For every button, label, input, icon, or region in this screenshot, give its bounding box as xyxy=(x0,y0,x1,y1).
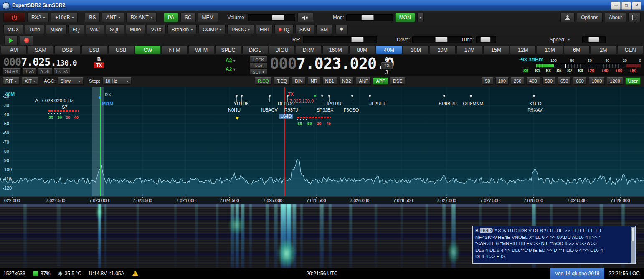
mem-button[interactable]: MEM xyxy=(198,13,218,22)
spot-callsign-dl1rxt[interactable]: DL1RXT xyxy=(278,101,295,106)
vfo-button-b-a[interactable]: B<->A xyxy=(53,68,70,75)
mode-button-dsb[interactable]: DSB xyxy=(54,46,80,54)
spot-callsign-r93tj[interactable]: R93TJ xyxy=(284,107,298,112)
toolbar-button-mox[interactable]: MOX xyxy=(3,25,23,34)
toolbar-button-sql[interactable]: SQL xyxy=(106,25,124,34)
speed-slider[interactable] xyxy=(582,36,606,43)
dsp-button-r-eq[interactable]: R.EQ xyxy=(255,77,272,85)
spot-callsign-n0hu[interactable]: N0HU xyxy=(228,107,241,112)
vfo-a-display[interactable]: 0007.023.020.0 xyxy=(270,55,394,73)
mode-button-digu[interactable]: DIGU xyxy=(269,46,295,54)
filter-button-1200[interactable]: 1200 xyxy=(607,77,623,85)
minimize-button[interactable]: — xyxy=(611,2,621,10)
band-button-10m[interactable]: 10M xyxy=(537,46,563,54)
mode-button-am[interactable]: AM xyxy=(1,46,27,54)
mon-dropdown-button[interactable]: ▾ xyxy=(417,13,424,22)
title-bar[interactable]: ExpertSDR2 SunSDR2 — □ × xyxy=(0,0,644,11)
mode-button-sam[interactable]: SAM xyxy=(28,46,53,54)
toolbar-button-eq[interactable]: EQ xyxy=(68,25,84,34)
filter-button-800[interactable]: 800 xyxy=(573,77,586,85)
options-button[interactable]: Options xyxy=(577,13,602,22)
xit-button[interactable]: XIT▾ xyxy=(22,77,38,85)
power-button[interactable] xyxy=(3,13,25,22)
dsp-button-nb1[interactable]: NB1 xyxy=(322,77,337,85)
drive-slider-handle[interactable] xyxy=(435,37,447,42)
spot-callsign-iu8acv[interactable]: IU8ACV xyxy=(261,107,278,112)
sc-button[interactable]: SC xyxy=(180,13,196,22)
volume-slider-handle[interactable] xyxy=(272,15,284,20)
skimmer-scrollbar[interactable] xyxy=(631,227,635,263)
mon-slider-handle[interactable] xyxy=(362,15,374,20)
dsp-button-dse[interactable]: DSE xyxy=(390,77,406,85)
frequency-axis[interactable]: 022.0007.022.5007.023.0007.023.5007.024.… xyxy=(0,196,644,204)
mon-button[interactable]: MON xyxy=(395,13,415,22)
mon-slider[interactable] xyxy=(346,14,393,21)
vfo-b-display[interactable]: 0007.025.130.0 xyxy=(3,56,77,68)
tune-slider-handle[interactable] xyxy=(480,37,490,42)
band-button-30m[interactable]: 30M xyxy=(403,46,429,54)
spot-callsign-k1eo[interactable]: K1EO xyxy=(529,101,541,106)
antenna-selector-1[interactable]: A2▾ xyxy=(226,58,235,63)
toolbar-button-breakin[interactable]: BreakIn▾ xyxy=(167,25,197,34)
filter-button-user[interactable]: User xyxy=(625,77,641,85)
spot-callsign-sp9jbx[interactable]: SP9JBX xyxy=(317,107,334,112)
mode-button-wfm[interactable]: WFM xyxy=(188,46,214,54)
band-button-80m[interactable]: 80M xyxy=(349,46,375,54)
rx-ant-button[interactable]: RX ANT▾ xyxy=(126,13,156,22)
band-button-2m[interactable]: 2M xyxy=(591,46,616,54)
memory-button-save[interactable]: SAVE xyxy=(250,63,267,68)
spot-callsign-l64d[interactable]: L64D xyxy=(279,114,293,119)
speaker-button[interactable] xyxy=(297,13,313,22)
profile-button[interactable] xyxy=(560,13,575,22)
pa-button[interactable]: PA xyxy=(164,13,178,22)
rx-callsign-label[interactable]: MI1M xyxy=(102,101,114,106)
memory-button-set[interactable]: SET▾ xyxy=(250,69,267,75)
filter-button-100[interactable]: 100 xyxy=(495,77,509,85)
warning-icon[interactable] xyxy=(132,271,139,276)
rf-slider[interactable] xyxy=(303,36,377,43)
band-button-20m[interactable]: 20M xyxy=(430,46,456,54)
filter-button-1000[interactable]: 1000 xyxy=(589,77,605,85)
toolbar-button-vac[interactable]: VAC xyxy=(86,25,104,34)
toolbar-button-comp[interactable]: COMP▾ xyxy=(198,25,226,34)
toolbar-button-skm[interactable]: SKM xyxy=(295,25,314,34)
memory-button-lock[interactable]: LOCK xyxy=(250,56,267,62)
toolbar-button-iq[interactable]: IQ xyxy=(274,25,294,34)
mode-button-usb[interactable]: USB xyxy=(108,46,134,54)
toolbar-button-proc[interactable]: PROC▾ xyxy=(227,25,254,34)
spot-callsign-f6csq[interactable]: F6CSQ xyxy=(344,107,359,112)
toolbar-button-mute[interactable]: Mute xyxy=(126,25,145,34)
close-button[interactable]: × xyxy=(632,2,641,10)
mode-button-spec[interactable]: SPEC xyxy=(215,46,241,54)
dsp-button-t-eq[interactable]: T.EQ xyxy=(274,77,290,85)
skimmer-scrollbar-thumb[interactable] xyxy=(631,228,634,241)
dsp-button-nr[interactable]: NR xyxy=(308,77,320,85)
vfo-button-b-a[interactable]: B->A xyxy=(22,68,37,75)
antenna-selector-2[interactable]: A2▾ xyxy=(226,66,235,72)
toolbar-button-vox[interactable]: VOX xyxy=(147,25,165,34)
rit-button[interactable]: RIT▾ xyxy=(3,77,20,85)
record-button[interactable] xyxy=(20,36,33,45)
band-button-40m[interactable]: 40M xyxy=(376,46,402,54)
band-button-6m[interactable]: 6M xyxy=(564,46,590,54)
filter-button-500[interactable]: 500 xyxy=(542,77,555,85)
vfo-button-subrx[interactable]: SubRX xyxy=(3,68,21,75)
rf-slider-handle[interactable] xyxy=(351,37,363,42)
mode-button-drm[interactable]: DRM xyxy=(296,46,322,54)
toolbar-button-sm[interactable]: SM xyxy=(316,25,332,34)
dsp-button-bin[interactable]: BIN xyxy=(292,77,305,85)
filter-button-50[interactable]: 50 xyxy=(482,77,493,85)
toolbar-button-mixer[interactable]: Mixer xyxy=(46,25,66,34)
band-button-gen[interactable]: GEN xyxy=(617,46,643,54)
filter-button-650[interactable]: 650 xyxy=(558,77,571,85)
agc-select[interactable]: Slow▾ xyxy=(58,77,84,85)
rx-frequency-line[interactable] xyxy=(100,87,101,197)
spot-callsign-jf2uee[interactable]: JF2UEE xyxy=(370,101,387,106)
chevron-down-icon[interactable]: ▾ xyxy=(568,38,570,41)
maximize-button[interactable]: □ xyxy=(621,2,631,10)
bs-button[interactable]: BS xyxy=(85,13,100,22)
cw-decoder-panel[interactable]: B:L64DL* S 3JUTDTDB V DL 6 *TTE HE >> TE… xyxy=(472,226,636,264)
start-button[interactable] xyxy=(4,36,18,45)
about-button[interactable]: About xyxy=(605,13,626,22)
preamp-button[interactable]: +10dB▾ xyxy=(51,13,78,22)
